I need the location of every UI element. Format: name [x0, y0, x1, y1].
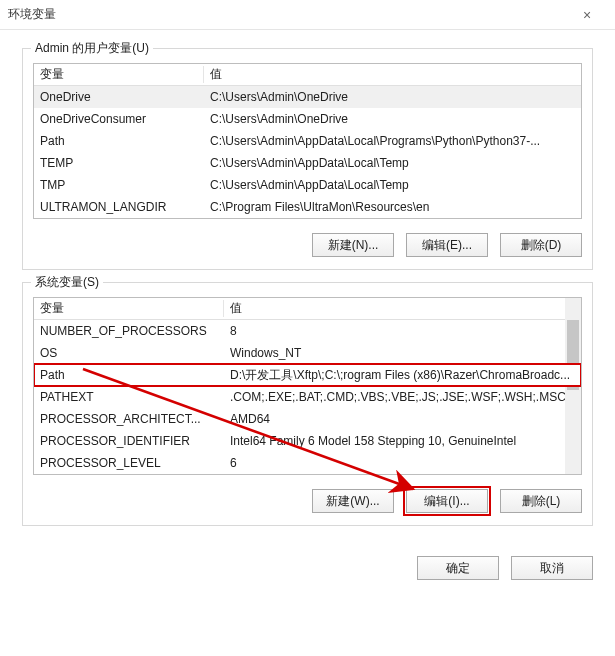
- table-row[interactable]: TMPC:\Users\Admin\AppData\Local\Temp: [34, 174, 581, 196]
- cell-var-name: TEMP: [34, 156, 204, 170]
- user-vars-buttons: 新建(N)... 编辑(E)... 删除(D): [33, 233, 582, 257]
- scrollbar[interactable]: [565, 298, 581, 474]
- user-vars-table[interactable]: 变量 值 OneDriveC:\Users\Admin\OneDriveOneD…: [33, 63, 582, 219]
- system-delete-button[interactable]: 删除(L): [500, 489, 582, 513]
- table-row[interactable]: TEMPC:\Users\Admin\AppData\Local\Temp: [34, 152, 581, 174]
- user-delete-button[interactable]: 删除(D): [500, 233, 582, 257]
- cell-var-name: PROCESSOR_IDENTIFIER: [34, 434, 224, 448]
- cell-var-value: C:\Users\Admin\OneDrive: [204, 90, 581, 104]
- user-edit-button[interactable]: 编辑(E)...: [406, 233, 488, 257]
- footer-buttons: 确定 取消: [0, 548, 615, 594]
- cell-var-name: PATHEXT: [34, 390, 224, 404]
- cell-var-value: D:\开发工具\Xftp\;C:\;rogram Files (x86)\Raz…: [224, 367, 581, 384]
- cell-var-value: Windows_NT: [224, 346, 581, 360]
- cell-var-name: OneDrive: [34, 90, 204, 104]
- table-row[interactable]: PATHEXT.COM;.EXE;.BAT;.CMD;.VBS;.VBE;.JS…: [34, 386, 581, 408]
- col-header-value[interactable]: 值: [224, 300, 581, 317]
- table-row[interactable]: PathD:\开发工具\Xftp\;C:\;rogram Files (x86)…: [34, 364, 581, 386]
- table-row[interactable]: PathC:\Users\Admin\AppData\Local\Program…: [34, 130, 581, 152]
- cell-var-name: TMP: [34, 178, 204, 192]
- system-edit-button[interactable]: 编辑(I)...: [406, 489, 488, 513]
- cell-var-name: Path: [34, 368, 224, 382]
- ok-button[interactable]: 确定: [417, 556, 499, 580]
- cell-var-value: C:\Users\Admin\AppData\Local\Programs\Py…: [204, 134, 581, 148]
- cell-var-value: 8: [224, 324, 581, 338]
- user-new-button[interactable]: 新建(N)...: [312, 233, 394, 257]
- table-row[interactable]: PROCESSOR_LEVEL6: [34, 452, 581, 474]
- user-vars-body: OneDriveC:\Users\Admin\OneDriveOneDriveC…: [34, 86, 581, 218]
- table-header: 变量 值: [34, 298, 581, 320]
- table-row[interactable]: NUMBER_OF_PROCESSORS8: [34, 320, 581, 342]
- cell-var-name: PROCESSOR_LEVEL: [34, 456, 224, 470]
- window-title: 环境变量: [8, 6, 567, 23]
- dialog-content: Admin 的用户变量(U) 变量 值 OneDriveC:\Users\Adm…: [0, 30, 615, 548]
- cell-var-value: .COM;.EXE;.BAT;.CMD;.VBS;.VBE;.JS;.JSE;.…: [224, 390, 581, 404]
- table-row[interactable]: PROCESSOR_IDENTIFIERIntel64 Family 6 Mod…: [34, 430, 581, 452]
- cell-var-value: Intel64 Family 6 Model 158 Stepping 10, …: [224, 434, 581, 448]
- cell-var-value: C:\Users\Admin\AppData\Local\Temp: [204, 178, 581, 192]
- user-vars-label: Admin 的用户变量(U): [31, 40, 153, 57]
- cancel-button[interactable]: 取消: [511, 556, 593, 580]
- system-vars-buttons: 新建(W)... 编辑(I)... 删除(L): [33, 489, 582, 513]
- cell-var-name: OS: [34, 346, 224, 360]
- titlebar: 环境变量 ×: [0, 0, 615, 30]
- cell-var-value: C:\Users\Admin\OneDrive: [204, 112, 581, 126]
- system-vars-table[interactable]: 变量 值 NUMBER_OF_PROCESSORS8OSWindows_NTPa…: [33, 297, 582, 475]
- cell-var-value: C:\Program Files\UltraMon\Resources\en: [204, 200, 581, 214]
- cell-var-value: AMD64: [224, 412, 581, 426]
- cell-var-name: PROCESSOR_ARCHITECT...: [34, 412, 224, 426]
- table-row[interactable]: PROCESSOR_ARCHITECT...AMD64: [34, 408, 581, 430]
- col-header-name[interactable]: 变量: [34, 66, 204, 83]
- cell-var-name: NUMBER_OF_PROCESSORS: [34, 324, 224, 338]
- system-new-button[interactable]: 新建(W)...: [312, 489, 394, 513]
- user-vars-group: Admin 的用户变量(U) 变量 值 OneDriveC:\Users\Adm…: [22, 48, 593, 270]
- col-header-value[interactable]: 值: [204, 66, 581, 83]
- cell-var-value: C:\Users\Admin\AppData\Local\Temp: [204, 156, 581, 170]
- cell-var-name: ULTRAMON_LANGDIR: [34, 200, 204, 214]
- table-row[interactable]: ULTRAMON_LANGDIRC:\Program Files\UltraMo…: [34, 196, 581, 218]
- cell-var-name: OneDriveConsumer: [34, 112, 204, 126]
- table-row[interactable]: OSWindows_NT: [34, 342, 581, 364]
- system-vars-body: NUMBER_OF_PROCESSORS8OSWindows_NTPathD:\…: [34, 320, 581, 474]
- table-row[interactable]: OneDriveC:\Users\Admin\OneDrive: [34, 86, 581, 108]
- close-icon[interactable]: ×: [567, 1, 607, 29]
- table-header: 变量 值: [34, 64, 581, 86]
- cell-var-name: Path: [34, 134, 204, 148]
- system-vars-label: 系统变量(S): [31, 274, 103, 291]
- table-row[interactable]: OneDriveConsumerC:\Users\Admin\OneDrive: [34, 108, 581, 130]
- cell-var-value: 6: [224, 456, 581, 470]
- system-vars-group: 系统变量(S) 变量 值 NUMBER_OF_PROCESSORS8OSWind…: [22, 282, 593, 526]
- col-header-name[interactable]: 变量: [34, 300, 224, 317]
